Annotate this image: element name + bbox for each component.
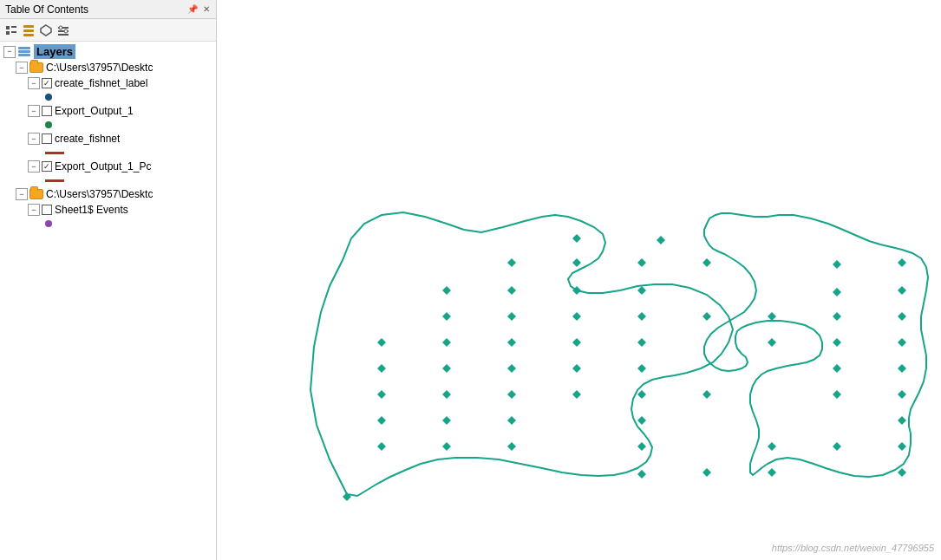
- eo1-expand-btn[interactable]: −: [28, 105, 40, 117]
- eo1pc-label: Export_Output_1_Pc: [55, 160, 151, 173]
- toc-header-icons: 📌 ✕: [186, 3, 211, 15]
- eo1pc-legend: [0, 174, 216, 186]
- create-fishnet-row[interactable]: − create_fishnet: [0, 131, 216, 147]
- pin-icon[interactable]: 📌: [186, 3, 199, 15]
- svg-rect-15: [18, 47, 30, 49]
- cf-legend-line: [45, 152, 64, 154]
- svg-rect-4: [23, 25, 34, 28]
- cfl-legend-dot: [45, 94, 52, 101]
- cfl-legend: [0, 91, 216, 103]
- cfl-expand-btn[interactable]: −: [28, 77, 40, 89]
- folder2-label: C:\Users\37957\Desktc: [46, 188, 153, 200]
- export-output1pc-row[interactable]: − Export_Output_1_Pc: [0, 159, 216, 174]
- export-output1-row[interactable]: − Export_Output_1: [0, 103, 216, 119]
- s1e-expand-btn[interactable]: −: [28, 204, 40, 216]
- list-view-btn[interactable]: [3, 23, 19, 38]
- svg-rect-14: [18, 54, 30, 56]
- eo1-legend: [0, 119, 216, 131]
- cf-expand-btn[interactable]: −: [28, 133, 40, 145]
- eo1pc-checkbox[interactable]: [42, 161, 52, 172]
- svg-marker-7: [41, 25, 51, 36]
- sheet1-events-row[interactable]: − Sheet1$ Events: [0, 202, 216, 218]
- layers-root-label: Layers: [34, 44, 75, 59]
- folder1-expand-btn[interactable]: −: [16, 62, 28, 74]
- folder2-row[interactable]: − C:\Users\37957\Desktc: [0, 186, 216, 202]
- cf-checkbox[interactable]: [42, 133, 52, 144]
- create-fishnet-label-row[interactable]: − create_fishnet_label: [0, 75, 216, 91]
- close-icon[interactable]: ✕: [202, 3, 211, 15]
- s1e-legend-dot: [45, 220, 52, 227]
- svg-rect-3: [11, 31, 16, 33]
- svg-rect-0: [6, 26, 10, 29]
- svg-rect-10: [58, 34, 69, 36]
- options-btn[interactable]: [56, 23, 71, 38]
- watermark-text: https://blog.csdn.net/weixin_47796955: [772, 543, 934, 553]
- svg-rect-6: [23, 34, 34, 36]
- layers-view-btn[interactable]: [21, 23, 36, 38]
- svg-rect-5: [23, 29, 34, 32]
- svg-rect-1: [11, 26, 16, 28]
- folder1-label: C:\Users\37957\Desktc: [46, 62, 153, 74]
- folder1-icon: [29, 62, 43, 73]
- folder2-expand-btn[interactable]: −: [16, 188, 28, 200]
- layers-stack-icon: [17, 46, 31, 58]
- toc-body: − Layers − C:\Users\37957\Desktc − creat…: [0, 42, 216, 560]
- toc-panel: Table Of Contents 📌 ✕: [0, 0, 217, 560]
- cfl-checkbox[interactable]: [42, 78, 52, 88]
- cf-label: create_fishnet: [55, 133, 120, 145]
- eo1-legend-dot: [45, 121, 52, 128]
- eo1-label: Export_Output_1: [55, 105, 134, 117]
- svg-point-11: [59, 26, 62, 29]
- folder2-icon: [29, 189, 43, 199]
- layers-root-row[interactable]: − Layers: [0, 43, 216, 60]
- svg-rect-13: [18, 50, 30, 53]
- eo1-checkbox[interactable]: [42, 106, 52, 116]
- s1e-label: Sheet1$ Events: [55, 204, 128, 216]
- eo1pc-expand-btn[interactable]: −: [28, 160, 40, 173]
- s1e-legend: [0, 218, 216, 230]
- svg-point-12: [64, 29, 68, 33]
- eo1pc-legend-line: [45, 179, 64, 182]
- source-view-btn[interactable]: [38, 23, 54, 38]
- toc-toolbar: [0, 19, 216, 42]
- svg-rect-2: [6, 31, 10, 35]
- svg-rect-16: [217, 0, 941, 560]
- folder1-row[interactable]: − C:\Users\37957\Desktc: [0, 60, 216, 75]
- cfl-label: create_fishnet_label: [55, 77, 147, 89]
- map-area: https://blog.csdn.net/weixin_47796955: [217, 0, 941, 560]
- map-svg: [217, 0, 941, 560]
- toc-title: Table Of Contents: [5, 3, 88, 16]
- toc-header: Table Of Contents 📌 ✕: [0, 0, 216, 19]
- s1e-checkbox[interactable]: [42, 205, 52, 215]
- layers-expand-btn[interactable]: −: [3, 46, 16, 58]
- cf-legend: [0, 147, 216, 159]
